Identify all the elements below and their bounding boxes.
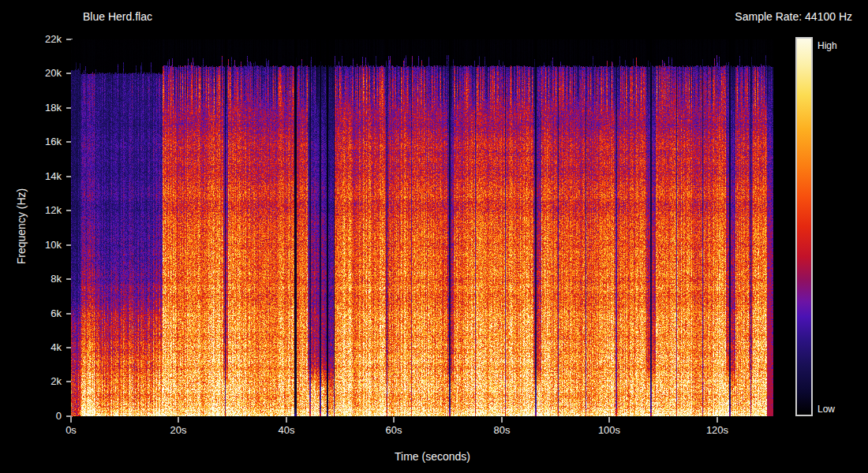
x-tick-label: 120s [694,424,741,436]
x-tick-mark [393,417,395,423]
x-axis-label: Time (seconds) [395,450,470,463]
x-tick-label: 20s [155,424,202,436]
x-tick-mark [178,417,179,423]
y-tick-label: 14k [0,170,62,183]
x-tick-label: 80s [478,424,526,436]
y-tick-label: 0 [0,410,62,423]
y-tick-label: 2k [0,375,62,388]
x-tick-label: 0s [47,424,95,436]
y-tick-label: 20k [0,67,62,80]
sample-rate-label: Sample Rate: 44100 Hz [735,10,852,23]
y-tick-label: 16k [0,136,62,148]
x-tick-mark [608,417,610,423]
intensity-colorbar [795,37,813,416]
x-tick-mark [286,417,287,423]
y-axis-label: Frequency (Hz) [15,188,28,264]
x-tick-mark [70,417,72,423]
y-tick-label: 4k [0,341,62,354]
y-tick-label: 6k [0,307,62,320]
colorbar-low-label: Low [817,404,835,415]
file-title: Blue Herd.flac [83,10,152,23]
x-tick-label: 100s [586,424,633,436]
y-tick-label: 10k [0,239,62,251]
y-tick-label: 8k [0,273,62,285]
x-tick-label: 40s [263,424,310,436]
x-tick-mark [716,417,718,423]
spectrogram-canvas [71,39,773,416]
y-tick-label: 22k [0,33,62,46]
colorbar-high-label: High [817,40,837,51]
y-tick-label: 18k [0,102,62,114]
x-tick-mark [501,417,503,423]
x-tick-label: 60s [370,424,417,436]
spectrogram-app: Blue Herd.flac Sample Rate: 44100 Hz Fre… [0,0,868,473]
y-tick-label: 12k [0,204,62,217]
